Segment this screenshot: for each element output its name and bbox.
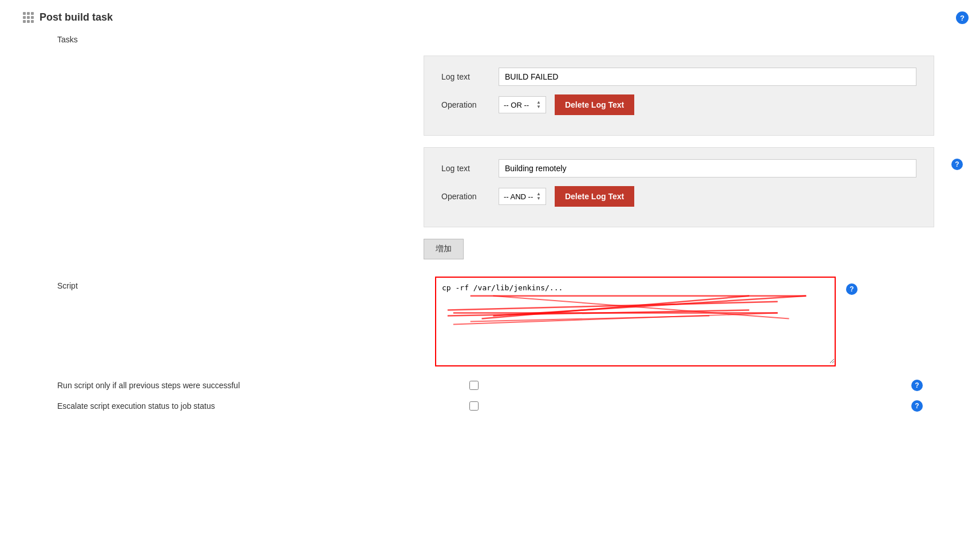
section-header: Post build task (23, 11, 957, 23)
task1-operation-select[interactable]: -- OR -- -- AND -- (504, 101, 534, 109)
task2-delete-btn[interactable]: Delete Log Text (555, 186, 634, 207)
section-title: Post build task (39, 11, 113, 23)
task1-operation-controls: -- OR -- -- AND -- ▲ ▼ Delete Log Text (499, 94, 634, 115)
task-block-2-wrapper: Log text Operation -- OR -- -- AND -- ▲ … (23, 147, 957, 227)
script-help-icon[interactable]: ? (846, 283, 858, 295)
escalate-label: Escalate script execution status to job … (57, 401, 458, 411)
task1-delete-btn[interactable]: Delete Log Text (555, 94, 634, 115)
run-script-label: Run script only if all previous steps we… (57, 381, 458, 390)
run-script-help-icon[interactable]: ? (911, 380, 923, 391)
task2-operation-select[interactable]: -- OR -- -- AND -- (504, 192, 534, 201)
add-button[interactable]: 増加 (424, 239, 464, 259)
escalate-checkbox-row: Escalate script execution status to job … (57, 401, 934, 411)
task1-select-arrows: ▲ ▼ (536, 100, 541, 109)
task2-help-icon[interactable]: ? (951, 159, 963, 170)
script-label: Script (57, 277, 183, 290)
help-icon-top-right[interactable]: ? (956, 11, 969, 24)
task-block-2: Log text Operation -- OR -- -- AND -- ▲ … (424, 147, 934, 227)
script-textarea-wrapper: cp -rf /var/lib/jenkins/... ? (435, 277, 836, 366)
grid-icon (23, 12, 34, 23)
task2-log-text-row: Log text (441, 159, 916, 178)
task2-log-text-input[interactable] (499, 159, 916, 178)
task-block-1: Log text Operation -- OR -- -- AND -- ▲ … (424, 56, 934, 136)
task-block-1-wrapper: Log text Operation -- OR -- -- AND -- ▲ … (23, 56, 957, 136)
run-script-checkbox-row: Run script only if all previous steps we… (57, 381, 934, 390)
task2-operation-row: Operation -- OR -- -- AND -- ▲ ▼ Delete … (441, 186, 916, 207)
task1-operation-row: Operation -- OR -- -- AND -- ▲ ▼ Delete … (441, 94, 916, 115)
tasks-label: Tasks (57, 35, 957, 44)
task2-select-arrows: ▲ ▼ (536, 192, 541, 201)
escalate-checkbox[interactable] (469, 401, 479, 411)
escalate-help-icon[interactable]: ? (911, 400, 923, 412)
add-button-row: 増加 (424, 239, 957, 259)
task1-operation-select-wrapper[interactable]: -- OR -- -- AND -- ▲ ▼ (499, 96, 546, 113)
task2-operation-select-wrapper[interactable]: -- OR -- -- AND -- ▲ ▼ (499, 188, 546, 205)
task1-log-text-row: Log text (441, 68, 916, 86)
run-script-checkbox[interactable] (469, 381, 479, 390)
task1-operation-label: Operation (441, 100, 499, 109)
task2-operation-label: Operation (441, 192, 499, 201)
task2-log-text-label: Log text (441, 164, 499, 173)
script-textarea[interactable]: cp -rf /var/lib/jenkins/... (436, 278, 835, 364)
task2-operation-controls: -- OR -- -- AND -- ▲ ▼ Delete Log Text (499, 186, 634, 207)
task1-log-text-label: Log text (441, 72, 499, 81)
script-row: Script cp -rf /var/lib/jenkins/... ? (57, 277, 934, 366)
task1-log-text-input[interactable] (499, 68, 916, 86)
